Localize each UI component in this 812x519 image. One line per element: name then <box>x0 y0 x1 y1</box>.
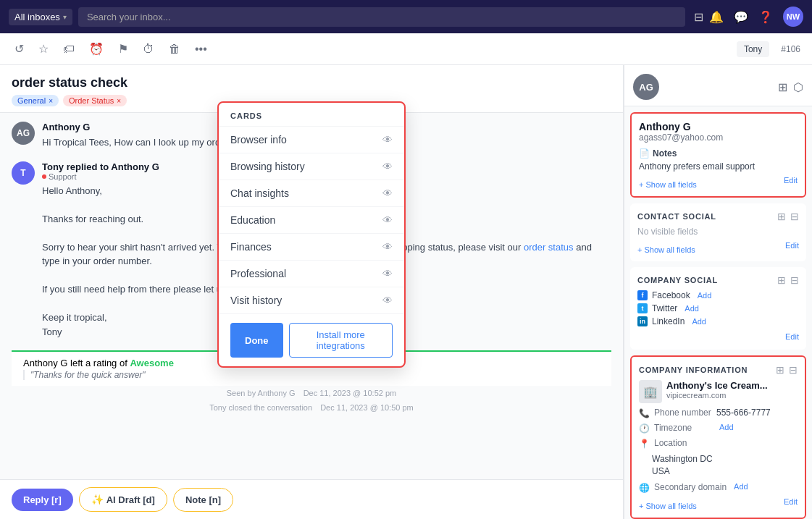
notes-doc-icon: 📄 <box>639 148 650 159</box>
settings-icon[interactable]: ⊞ <box>778 80 787 94</box>
edit-link[interactable]: Edit <box>785 241 799 254</box>
visibility-icon[interactable]: 👁 <box>382 161 393 172</box>
support-label: Support <box>49 172 77 181</box>
star-icon[interactable]: ☆ <box>35 39 51 59</box>
show-all-fields-link[interactable]: + Show all fields <box>639 180 697 189</box>
visibility-icon[interactable]: 👁 <box>382 214 393 226</box>
card-item-browsing-history[interactable]: Browsing history 👁 <box>219 153 404 180</box>
linkedin-add[interactable]: Add <box>692 317 706 326</box>
order-status-link[interactable]: order status <box>524 242 574 253</box>
chat-icon[interactable]: 💬 <box>734 10 748 24</box>
card-label: Finances <box>230 241 272 253</box>
twitter-row: t Twitter Add <box>637 303 799 313</box>
tag-general[interactable]: General × <box>12 95 59 106</box>
location-label: Location <box>654 438 712 448</box>
assigned-agent[interactable]: Tony <box>737 41 769 57</box>
visibility-icon[interactable]: 👁 <box>382 295 393 306</box>
inbox-selector[interactable]: All inboxes ▾ <box>9 9 72 25</box>
phone-value: 555-666-7777 <box>716 408 771 418</box>
facebook-label: Facebook <box>652 290 690 300</box>
history-icon[interactable]: ⏱ <box>140 40 157 59</box>
timezone-row: 🕐 Timezone Add <box>639 423 798 434</box>
notes-text: Anthony prefers email support <box>639 161 798 172</box>
tag-icon[interactable]: 🏷 <box>60 40 78 59</box>
section-icons: ⊞ ⊟ <box>776 364 798 376</box>
install-integrations-button[interactable]: Install more integrations <box>289 323 393 358</box>
card-item-professional[interactable]: Professional 👁 <box>219 261 404 287</box>
card-item-chat-insights[interactable]: Chat insights 👁 <box>219 180 404 207</box>
hide-icon[interactable]: ⊟ <box>790 274 799 286</box>
card-item-education[interactable]: Education 👁 <box>219 207 404 234</box>
linkedin-label: LinkedIn <box>652 316 685 326</box>
edit-company-social[interactable]: Edit <box>785 332 799 341</box>
tag-order-status[interactable]: Order Status × <box>63 95 127 106</box>
main-layout: order status check General × Order Statu… <box>0 65 812 519</box>
reply-button[interactable]: Reply [r] <box>12 489 73 511</box>
visibility-icon[interactable]: 👁 <box>382 134 393 145</box>
panel-controls: ⊞ ⬡ <box>778 80 803 94</box>
timezone-icon: 🕐 <box>639 423 650 434</box>
trash-icon[interactable]: 🗑 <box>166 40 183 59</box>
linkedin-row: in LinkedIn Add <box>637 316 799 326</box>
search-input[interactable] <box>78 7 685 27</box>
inbox-label: All inboxes <box>14 12 60 22</box>
visibility-icon[interactable]: 👁 <box>382 187 393 199</box>
filter-icon[interactable]: ⊟ <box>694 10 703 24</box>
grid-icon[interactable]: ⊞ <box>777 211 786 222</box>
avatar[interactable]: NW <box>783 7 803 27</box>
closed-time: Dec 11, 2023 @ 10:50 pm <box>320 403 414 412</box>
company-domain: vipicecream.com <box>666 391 768 400</box>
clock-icon[interactable]: ⏰ <box>86 39 106 59</box>
card-label: Education <box>230 214 275 226</box>
cards-footer: Done Install more integrations <box>219 314 404 358</box>
section-title: CONTACT SOCIAL <box>637 212 716 221</box>
grid-icon[interactable]: ⊞ <box>777 274 786 286</box>
ai-draft-button[interactable]: ✨ AI Draft [d] <box>79 487 167 512</box>
visibility-icon[interactable]: 👁 <box>382 241 393 253</box>
visibility-icon[interactable]: 👁 <box>382 268 393 279</box>
twitter-add[interactable]: Add <box>685 304 699 313</box>
external-link-icon[interactable]: ⬡ <box>793 80 803 94</box>
facebook-add[interactable]: Add <box>698 291 712 300</box>
timezone-label: Timezone <box>654 423 712 433</box>
company-name-row: 🏢 Anthony's Ice Cream... vipicecream.com <box>639 380 798 403</box>
chat-panel: order status check General × Order Statu… <box>0 65 624 519</box>
timezone-add[interactable]: Add <box>719 423 734 431</box>
help-icon[interactable]: ❓ <box>758 10 773 24</box>
company-info-section: COMPANY INFORMATION ⊞ ⊟ 🏢 Anthony's Ice … <box>630 355 806 519</box>
remove-tag-order[interactable]: × <box>117 97 121 105</box>
show-all-fields-company[interactable]: + Show all fields <box>639 502 697 510</box>
edit-contact-link[interactable]: Edit <box>784 176 798 189</box>
more-icon[interactable]: ••• <box>192 40 210 59</box>
section-header: COMPANY SOCIAL ⊞ ⊟ <box>637 274 799 286</box>
notes-label: Notes <box>653 148 677 159</box>
section-title: COMPANY INFORMATION <box>639 366 748 374</box>
remove-tag-general[interactable]: × <box>49 97 53 105</box>
section-footer: + Show all fields Edit <box>637 241 799 254</box>
bell-icon[interactable]: 🔔 <box>709 10 724 24</box>
rating-quote: "Thanks for the quick answer" <box>23 370 600 380</box>
contact-social-section: CONTACT SOCIAL ⊞ ⊟ No visible fields + S… <box>630 203 806 261</box>
ticket-number: #106 <box>781 44 800 54</box>
edit-company-info[interactable]: Edit <box>784 497 798 510</box>
card-label: Professional <box>230 268 286 279</box>
refresh-icon[interactable]: ↺ <box>12 39 27 59</box>
card-item-browser-info[interactable]: Browser info 👁 <box>219 127 404 153</box>
contact-card: Anthony G agass07@yahoo.com 📄 Notes Anth… <box>630 112 806 198</box>
show-all-fields-link[interactable]: + Show all fields <box>637 245 695 254</box>
company-name: Anthony's Ice Cream... <box>666 380 768 391</box>
hide-icon[interactable]: ⊟ <box>789 364 798 376</box>
hide-icon[interactable]: ⊟ <box>790 211 799 222</box>
done-button[interactable]: Done <box>230 323 283 358</box>
grid-icon[interactable]: ⊞ <box>776 364 784 376</box>
secondary-add[interactable]: Add <box>734 482 748 491</box>
avatar: T <box>12 161 35 185</box>
card-item-finances[interactable]: Finances 👁 <box>219 234 404 261</box>
secondary-label: Secondary domain <box>654 482 727 492</box>
section-icons: ⊞ ⊟ <box>777 274 799 286</box>
note-button[interactable]: Note [n] <box>173 488 233 512</box>
flag-icon[interactable]: ⚑ <box>115 39 131 59</box>
avatar: AG <box>12 122 35 145</box>
card-item-visit-history[interactable]: Visit history 👁 <box>219 287 404 314</box>
card-label: Visit history <box>230 295 282 306</box>
